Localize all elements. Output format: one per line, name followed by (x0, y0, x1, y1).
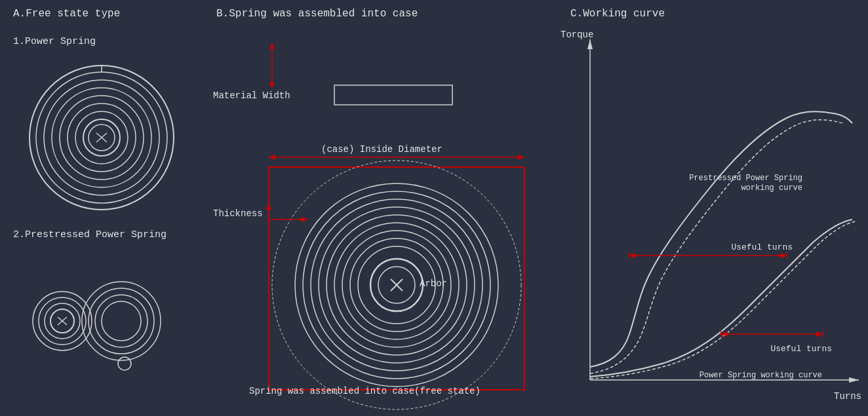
free-state-label: Spring was assembled into case(free stat… (249, 386, 481, 396)
svg-marker-51 (587, 39, 593, 49)
svg-rect-27 (334, 85, 452, 105)
svg-marker-24 (269, 82, 275, 88)
svg-point-19 (89, 288, 154, 354)
drawing-svg: .spring-line { stroke: #d0d0d0; stroke-w… (0, 0, 868, 416)
svg-marker-47 (266, 203, 271, 210)
torque-label: Torque (561, 29, 593, 40)
useful-turns-1-label: Useful turns (731, 242, 793, 252)
svg-marker-49 (302, 217, 308, 222)
turns-label: Turns (834, 391, 861, 402)
power-curve-label: Power Spring working curve (700, 371, 822, 380)
inside-diameter-label: (case) Inside Diameter (321, 144, 443, 155)
svg-marker-53 (849, 377, 859, 383)
thickness-label: Thickness (213, 208, 263, 219)
svg-marker-56 (780, 253, 787, 258)
arbor-label: Arbor (420, 278, 447, 289)
svg-point-22 (118, 357, 131, 370)
svg-marker-45 (518, 155, 524, 160)
svg-point-21 (102, 301, 141, 341)
svg-point-18 (82, 282, 161, 360)
svg-marker-61 (816, 331, 823, 337)
svg-point-20 (95, 295, 148, 347)
svg-marker-26 (269, 43, 275, 49)
svg-marker-60 (721, 331, 728, 337)
main-container: A.Free state type B.Spring was assembled… (0, 0, 868, 416)
svg-marker-55 (629, 253, 636, 258)
svg-marker-44 (269, 155, 275, 160)
svg-rect-28 (269, 167, 524, 390)
material-width-label: Material Width (213, 90, 290, 101)
prestressed-curve-label2: working curve (741, 183, 802, 193)
prestressed-curve-label: Prestressed Power Spring (689, 174, 802, 183)
useful-turns-2-label: Useful turns (770, 344, 832, 354)
